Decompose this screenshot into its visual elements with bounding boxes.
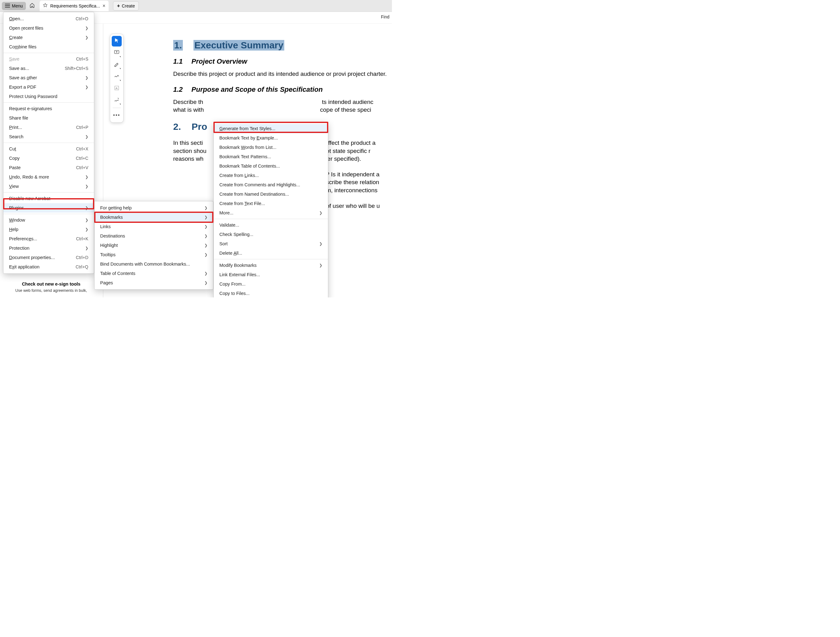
bookmarks-menu-item[interactable]: Sort❯ bbox=[214, 239, 328, 248]
main-menu-item[interactable]: Document properties...Ctrl+D bbox=[3, 253, 94, 262]
bookmarks-menu-item[interactable]: Bookmark Text by Example... bbox=[214, 133, 328, 142]
comment-icon bbox=[114, 50, 120, 57]
menu-item-label: Links bbox=[100, 223, 111, 230]
menu-item-label: More... bbox=[219, 210, 234, 216]
main-menu-item[interactable]: Preferences...Ctrl+K bbox=[3, 234, 94, 243]
home-button[interactable] bbox=[27, 1, 37, 11]
bookmarks-menu-item[interactable]: Generate from Text Styles... bbox=[214, 124, 328, 133]
main-menu-item[interactable]: Request e-signatures bbox=[3, 104, 94, 113]
plugins-menu-item[interactable]: Bind Documents with Common Bookmarks... bbox=[95, 259, 213, 269]
tab-close-button[interactable]: × bbox=[103, 3, 106, 9]
plus-icon: + bbox=[117, 3, 120, 9]
main-menu-dropdown: Open...Ctrl+OOpen recent files❯Create❯Co… bbox=[3, 12, 94, 274]
esign-promo-sub: Use web forms, send agreements in bulk, bbox=[8, 288, 95, 293]
plugins-menu-item[interactable]: Highlight❯ bbox=[95, 240, 213, 250]
menu-item-label: Bookmark Text Patterns... bbox=[219, 153, 271, 160]
plugins-menu-item[interactable]: Pages❯ bbox=[95, 278, 213, 288]
bookmarks-menu-item[interactable]: Modify Bookmarks❯ bbox=[214, 261, 328, 270]
plugins-menu-item[interactable]: Bookmarks❯ bbox=[95, 213, 213, 222]
bookmarks-menu-item[interactable]: Copy to Files... bbox=[214, 289, 328, 297]
menu-item-label: Save as other bbox=[9, 74, 37, 81]
heading1-number: 1. bbox=[173, 40, 183, 51]
textselect-tool[interactable]: A bbox=[112, 83, 122, 94]
chevron-right-icon: ❯ bbox=[85, 84, 88, 90]
expand-indicator-icon bbox=[120, 104, 121, 105]
main-menu-item[interactable]: Protection❯ bbox=[3, 243, 94, 253]
plugins-menu-item[interactable]: Destinations❯ bbox=[95, 231, 213, 240]
bookmarks-menu-item[interactable]: Delete All... bbox=[214, 248, 328, 258]
bookmarks-menu-item[interactable]: Bookmark Text Patterns... bbox=[214, 152, 328, 161]
main-menu-item[interactable]: Window❯ bbox=[3, 215, 94, 225]
menu-item-label: Sort bbox=[219, 240, 228, 247]
sign-tool[interactable] bbox=[112, 95, 122, 106]
menu-item-label: Save as... bbox=[9, 65, 29, 71]
find-label[interactable]: Find bbox=[381, 14, 389, 19]
tab-title: Requirements Specifica... bbox=[50, 3, 100, 8]
bookmarks-menu-item[interactable]: More...❯ bbox=[214, 208, 328, 218]
bookmarks-menu-separator bbox=[214, 219, 328, 219]
more-tools[interactable]: ••• bbox=[112, 110, 122, 120]
select-tool[interactable] bbox=[112, 36, 122, 46]
main-menu-item[interactable]: CopyCtrl+C bbox=[3, 153, 94, 163]
plugins-menu-item[interactable]: Tooltips❯ bbox=[95, 250, 213, 259]
main-menu-item[interactable]: Export a PDF❯ bbox=[3, 82, 94, 92]
menu-item-label: Bookmark Words from List... bbox=[219, 144, 276, 150]
plugins-menu-item[interactable]: Links❯ bbox=[95, 222, 213, 231]
bookmarks-menu-item[interactable]: Validate... bbox=[214, 220, 328, 230]
highlight-tool[interactable] bbox=[112, 60, 122, 70]
menu-item-label: Pages bbox=[100, 280, 113, 286]
chevron-right-icon: ❯ bbox=[204, 214, 207, 220]
main-menu-item[interactable]: View❯ bbox=[3, 182, 94, 191]
more-icon: ••• bbox=[113, 112, 120, 118]
bookmarks-menu-item[interactable]: Bookmark Table of Contents... bbox=[214, 161, 328, 171]
bookmarks-menu-item[interactable]: Check Spelling... bbox=[214, 230, 328, 239]
main-menu-item[interactable]: Search❯ bbox=[3, 132, 94, 141]
menu-item-label: Copy bbox=[9, 155, 20, 161]
main-menu-item[interactable]: Save as...Shift+Ctrl+S bbox=[3, 64, 94, 73]
bookmarks-menu-item[interactable]: Create from Comments and Highlights... bbox=[214, 180, 328, 190]
menu-item-label: Document properties... bbox=[9, 254, 55, 261]
main-menu-item[interactable]: Open recent files❯ bbox=[3, 24, 94, 33]
comment-tool[interactable] bbox=[112, 48, 122, 58]
chevron-right-icon: ❯ bbox=[85, 217, 88, 223]
main-menu-item[interactable]: Plugins❯ bbox=[3, 203, 94, 213]
bookmarks-menu-item[interactable]: Create from Named Destinations... bbox=[214, 190, 328, 199]
main-menu-item[interactable]: Help❯ bbox=[3, 225, 94, 234]
main-menu-item[interactable]: Protect Using Password bbox=[3, 92, 94, 101]
main-menu-item[interactable]: Exit applicationCtrl+Q bbox=[3, 262, 94, 272]
draw-tool[interactable] bbox=[112, 71, 122, 82]
main-menu-item[interactable]: Print...Ctrl+P bbox=[3, 123, 94, 132]
plugins-menu-item[interactable]: Table of Contents❯ bbox=[95, 269, 213, 278]
bookmarks-menu-item[interactable]: Copy From... bbox=[214, 279, 328, 289]
main-menu-item[interactable]: Combine files bbox=[3, 42, 94, 52]
menu-item-label: Create from Named Destinations... bbox=[219, 191, 289, 197]
menu-item-label: Modify Bookmarks bbox=[219, 262, 256, 269]
menu-item-label: Protect Using Password bbox=[9, 93, 57, 100]
menu-item-label: Create from Links... bbox=[219, 172, 259, 179]
bookmarks-menu-item[interactable]: Link External Files... bbox=[214, 270, 328, 279]
main-menu-item[interactable]: Disable new Acrobat bbox=[3, 194, 94, 203]
hamburger-icon bbox=[5, 3, 10, 8]
main-menu-item[interactable]: Open...Ctrl+O bbox=[3, 14, 94, 24]
create-button[interactable]: + Create bbox=[113, 1, 139, 11]
menu-item-label: Disable new Acrobat bbox=[9, 195, 50, 202]
chevron-right-icon: ❯ bbox=[85, 226, 88, 232]
document-tab[interactable]: Requirements Specifica... × bbox=[39, 1, 109, 11]
chevron-right-icon: ❯ bbox=[85, 34, 88, 41]
bookmarks-menu-item[interactable]: Create from Text File... bbox=[214, 199, 328, 208]
menu-item-shortcut: Ctrl+K bbox=[76, 236, 88, 242]
main-menu-item[interactable]: PasteCtrl+V bbox=[3, 163, 94, 172]
floating-toolbar: A ••• bbox=[110, 34, 123, 123]
esign-promo: Check out new e-sign tools Use web forms… bbox=[8, 281, 95, 293]
menu-button-label: Menu bbox=[12, 3, 23, 8]
main-menu-item[interactable]: Share file bbox=[3, 113, 94, 123]
plugins-menu-item[interactable]: For getting help❯ bbox=[95, 203, 213, 213]
bookmarks-menu-item[interactable]: Bookmark Words from List... bbox=[214, 142, 328, 152]
main-menu-item[interactable]: Save as other❯ bbox=[3, 73, 94, 82]
main-menu-item[interactable]: Undo, Redo & more❯ bbox=[3, 172, 94, 182]
bookmarks-menu-item[interactable]: Create from Links... bbox=[214, 171, 328, 180]
main-menu-item[interactable]: CutCtrl+X bbox=[3, 144, 94, 153]
menu-button[interactable]: Menu bbox=[2, 2, 26, 10]
titlebar: Menu Requirements Specifica... × + Creat… bbox=[0, 0, 392, 12]
main-menu-item[interactable]: Create❯ bbox=[3, 33, 94, 42]
